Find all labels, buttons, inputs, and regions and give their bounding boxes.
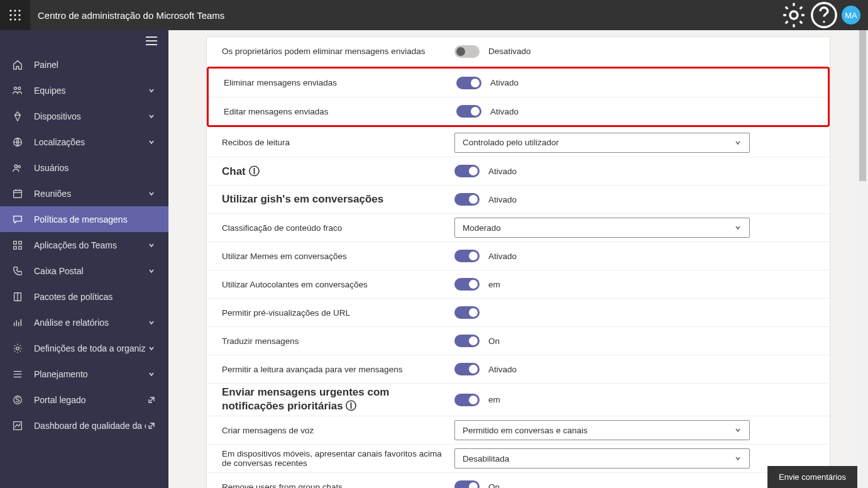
chevron-down-icon — [734, 224, 742, 231]
toggle[interactable] — [454, 278, 480, 291]
svg-rect-25 — [19, 241, 22, 244]
app-launcher-button[interactable] — [0, 0, 30, 30]
sidebar-item-plan[interactable]: Planejamento — [0, 361, 168, 387]
sidebar-item-apps[interactable]: Aplicações do Teams — [0, 232, 168, 258]
highlight-box: Eliminar mensagens enviadasAtivadoEditar… — [207, 67, 830, 127]
sidebar-item-label: Painel — [34, 60, 157, 70]
svg-rect-24 — [14, 241, 17, 244]
sidebar-item-label: Caixa Postal — [34, 266, 146, 276]
sidebar-toggle-button[interactable] — [0, 30, 168, 52]
svg-point-7 — [14, 18, 16, 20]
gear-icon — [11, 343, 24, 354]
setting-label: Em dispositivos móveis, apresentar canai… — [222, 449, 454, 468]
settings-button[interactable] — [779, 0, 809, 30]
sidebar-item-label: Políticas de mensagens — [34, 214, 157, 225]
setting-row: Eliminar mensagens enviadasAtivado — [209, 69, 828, 97]
calendar-icon — [11, 188, 24, 199]
setting-row: Recibos de leituraControlado pelo utiliz… — [207, 128, 830, 157]
chevron-down-icon — [734, 426, 742, 434]
chevron-down-icon — [146, 370, 157, 378]
sidebar-item-label: Dispositivos — [34, 111, 146, 121]
sidebar-item-analise[interactable]: Análise e relatórios — [0, 309, 168, 335]
svg-rect-39 — [14, 421, 22, 430]
sidebar-item-localizacoes[interactable]: Localizações — [0, 129, 168, 155]
toggle[interactable] — [454, 250, 480, 262]
chat-icon — [11, 214, 24, 225]
setting-row: Utilizar Autocolantes em conversaçõesem — [207, 270, 830, 298]
sidebar-item-legacy[interactable]: Portal legado — [0, 387, 168, 413]
avatar[interactable]: MA — [842, 6, 860, 25]
setting-label: Enviar mensagens urgentes com notificaçõ… — [222, 386, 454, 413]
toggle-state-text: Ativado — [488, 195, 517, 204]
toggle[interactable] — [454, 394, 480, 406]
sidebar-item-label: Planejamento — [34, 369, 146, 379]
dropdown[interactable]: Moderado — [454, 218, 750, 238]
setting-control: Ativado — [454, 193, 815, 206]
sidebar: PainelEquipesDispositivosLocalizaçõesUsu… — [0, 30, 168, 488]
sidebar-item-politicas[interactable]: Políticas de mensagens — [0, 206, 168, 232]
scrollbar-thumb[interactable] — [859, 30, 866, 181]
chevron-down-icon — [734, 139, 742, 147]
toggle[interactable] — [456, 77, 481, 89]
waffle-icon — [9, 9, 21, 21]
svg-rect-26 — [14, 246, 17, 249]
svg-point-16 — [18, 87, 21, 89]
scrollbar[interactable] — [857, 30, 868, 488]
setting-control: Ativado — [456, 105, 813, 118]
setting-control: Desativado — [454, 45, 815, 58]
toggle[interactable] — [456, 105, 481, 118]
toggle[interactable] — [454, 165, 480, 177]
question-icon — [809, 0, 839, 30]
setting-control: Ativado — [454, 165, 815, 177]
setting-label: Os proprietários podem eliminar mensagen… — [222, 47, 454, 56]
setting-row: Utilizar Memes em conversaçõesAtivado — [207, 241, 830, 270]
setting-control: Ativado — [454, 250, 815, 262]
device-icon — [11, 111, 24, 122]
sidebar-item-equipes[interactable]: Equipes — [0, 77, 168, 103]
setting-control: Moderado — [454, 218, 815, 238]
setting-control: On — [454, 335, 815, 347]
setting-control: Permitido em conversas e canais — [454, 420, 815, 440]
toggle-state-text: On — [488, 482, 500, 489]
toggle-state-text: em — [488, 395, 500, 404]
toggle-state-text: Ativado — [488, 365, 517, 374]
setting-label: Chat Ⓘ — [222, 164, 454, 179]
sidebar-item-label: Definições de toda a organização — [34, 343, 146, 353]
dropdown[interactable]: Desabilitada — [454, 448, 750, 469]
setting-row: Em dispositivos móveis, apresentar canai… — [207, 444, 830, 472]
toggle[interactable] — [454, 45, 480, 58]
sidebar-item-caixa[interactable]: Caixa Postal — [0, 258, 168, 284]
setting-control: em — [454, 278, 815, 291]
sidebar-item-pacotes[interactable]: Pacotes de políticas — [0, 284, 168, 309]
chevron-down-icon — [146, 138, 157, 146]
sidebar-item-dispositivos[interactable]: Dispositivos — [0, 103, 168, 129]
chart-icon — [11, 420, 24, 431]
sidebar-item-cqd[interactable]: Dashboard de qualidade da chamada — [0, 413, 168, 438]
toggle[interactable] — [454, 193, 480, 206]
setting-row: Permitir pré-visualizações de URL — [207, 298, 830, 326]
app-title: Centro de administração do Microsoft Tea… — [38, 10, 224, 21]
sidebar-item-usuarios[interactable]: Usuários — [0, 155, 168, 180]
chevron-down-icon — [146, 345, 157, 352]
svg-point-4 — [14, 14, 16, 16]
sidebar-item-org[interactable]: Definições de toda a organização — [0, 335, 168, 361]
feedback-button[interactable]: Envie comentários — [767, 466, 857, 488]
sidebar-item-label: Localizações — [34, 137, 146, 147]
setting-label: Eliminar mensagens enviadas — [224, 78, 456, 87]
setting-row: Criar mensagens de vozPermitido em conve… — [207, 416, 830, 444]
sidebar-item-painel[interactable]: Painel — [0, 52, 168, 77]
help-button[interactable] — [809, 0, 839, 30]
chevron-down-icon — [146, 87, 157, 94]
globe-icon — [11, 136, 24, 148]
toggle[interactable] — [454, 306, 480, 319]
top-bar: Centro de administração do Microsoft Tea… — [0, 0, 868, 30]
dropdown[interactable]: Permitido em conversas e canais — [454, 420, 750, 440]
svg-point-9 — [790, 11, 798, 19]
dropdown-value: Desabilitada — [463, 454, 509, 463]
sidebar-item-reunioes[interactable]: Reuniões — [0, 180, 168, 206]
toggle[interactable] — [454, 363, 480, 375]
toggle[interactable] — [454, 335, 480, 347]
dropdown[interactable]: Controlado pelo utilizador — [454, 133, 750, 153]
svg-point-19 — [18, 165, 21, 168]
toggle[interactable] — [454, 480, 480, 488]
